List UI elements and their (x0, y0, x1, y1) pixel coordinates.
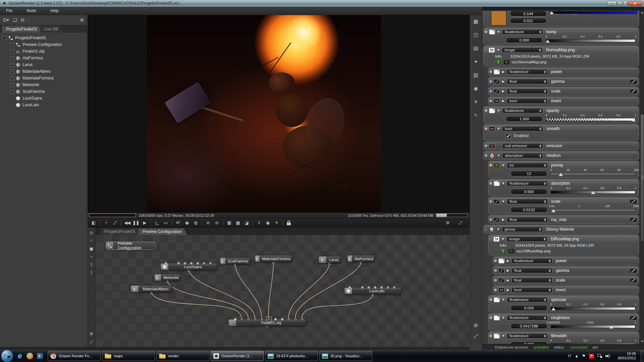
alpha-shadows-icon[interactable]: ⊘ (213, 219, 221, 227)
response-curve-button[interactable] (629, 278, 637, 283)
input-pin[interactable] (361, 286, 364, 289)
nodegraph-tab-preview-configuration[interactable]: Preview Configuration (138, 228, 187, 235)
zoom-select-icon[interactable]: ◎ (90, 230, 93, 235)
value-slider[interactable]: 00.20.40.60.81 (551, 339, 635, 344)
expand-arrow-icon[interactable]: ▶ (506, 259, 510, 262)
reload-icon[interactable]: ↻ (508, 249, 515, 254)
input-pin[interactable] (281, 318, 283, 320)
checker-background-2-icon[interactable]: ▩ (234, 219, 242, 227)
tree-item-materialeformica[interactable]: +MaterialeFormica (0, 75, 87, 81)
wrench-icon[interactable]: ⚙ (474, 322, 478, 328)
nodegraph-tab-progettofinale03[interactable]: ProgettoFinale03 (100, 228, 140, 235)
outliner-tab-progettofinale03[interactable]: ProgettoFinale03 (2, 26, 42, 33)
input-pin[interactable] (248, 318, 250, 320)
node-type-dropdown[interactable]: float (507, 199, 548, 204)
output-pin[interactable] (150, 292, 152, 294)
spinner-icon[interactable] (544, 200, 546, 203)
upload-icon[interactable]: ↥ (495, 60, 501, 65)
response-curve-button[interactable] (629, 268, 637, 273)
node-type-dropdown[interactable]: bool (502, 126, 543, 131)
node-type-dropdown[interactable]: int (507, 163, 548, 168)
input-pin[interactable] (380, 286, 383, 289)
expand-arrow-icon[interactable]: ▶ (506, 279, 510, 282)
input-pin[interactable] (177, 262, 180, 264)
anchor-icon[interactable]: ✛ (90, 238, 93, 243)
node-type-dropdown[interactable]: image (506, 236, 547, 242)
output-pin[interactable] (328, 263, 330, 265)
maximize-button[interactable]: ❐ (618, 1, 627, 6)
node-type-dropdown[interactable]: floattexture (507, 315, 548, 320)
input-pin[interactable] (274, 318, 277, 320)
output-pin[interactable] (372, 294, 374, 296)
node-types-2-icon[interactable]: ◳ (473, 32, 478, 38)
measure-tool-icon[interactable]: ◺ (153, 219, 161, 227)
node-type-dropdown[interactable]: bool (507, 98, 548, 104)
node-types-4-icon[interactable]: ✦ (474, 59, 478, 65)
expand-icon[interactable]: + (10, 76, 14, 80)
node-types-6-icon[interactable]: ◉ (474, 85, 478, 92)
spinner-icon[interactable] (549, 269, 551, 272)
enabled-checkbox[interactable] (505, 133, 511, 138)
expand-icon[interactable]: ⤢ (90, 340, 93, 344)
slider-handle[interactable] (559, 173, 563, 176)
action-center-flag-icon[interactable]: ⚑ (582, 354, 586, 358)
spinner-icon[interactable] (549, 289, 551, 292)
input-pin[interactable] (171, 262, 173, 264)
fit-view-icon[interactable]: ⤢ (111, 219, 119, 227)
tree-item-finale01-obj[interactable]: +Finale01.obj (0, 48, 87, 55)
node-type-dropdown[interactable]: floattexture (502, 108, 543, 113)
slider-handle[interactable] (551, 209, 555, 212)
wrench-icon[interactable]: ⚙ (90, 331, 93, 336)
spinner-icon[interactable] (544, 238, 546, 241)
input-pin[interactable] (184, 262, 186, 264)
pin-bullet[interactable] (489, 90, 492, 93)
collapse-arrow-icon[interactable]: ▼ (501, 237, 505, 241)
input-pin[interactable] (197, 262, 199, 264)
pin-bullet[interactable] (489, 100, 492, 102)
save-to-livedb-icon[interactable]: ◉ (264, 219, 272, 227)
slider-handle[interactable] (546, 40, 550, 43)
pin-bullet[interactable] (485, 109, 487, 112)
node-materialealbero[interactable]: MaterialeAlbero (130, 285, 173, 293)
collapse-arrow-icon[interactable]: ▼ (497, 127, 500, 130)
network-icon[interactable] (597, 354, 602, 358)
response-curve-button[interactable] (629, 89, 637, 94)
slider-handle[interactable] (609, 325, 613, 328)
value-field[interactable]: 0.026 (511, 305, 547, 311)
node-alaformica[interactable]: AlaFormica (347, 255, 375, 262)
value-slider[interactable]: 0.01110010000 (551, 204, 635, 213)
expand-icon[interactable]: ⤢ (456, 219, 464, 227)
input-pin[interactable] (190, 262, 193, 264)
render-region-icon[interactable]: ▭ (162, 219, 170, 227)
node-types-1-icon[interactable]: ▦ (473, 18, 478, 24)
upload-icon[interactable]: ↥ (500, 249, 506, 254)
spinner-icon[interactable] (539, 228, 541, 231)
input-pin[interactable] (241, 318, 243, 320)
menu-help[interactable]: Help (48, 8, 61, 14)
pin-bullet[interactable] (489, 316, 492, 319)
node-type-dropdown[interactable]: float (507, 217, 548, 222)
spinner-icon[interactable] (539, 109, 541, 112)
taskbar-button-maps[interactable]: maps (102, 351, 155, 361)
value-field[interactable]: 0.0132 (511, 207, 547, 213)
input-pin[interactable] (294, 318, 297, 320)
pin-bullet[interactable] (485, 127, 487, 130)
expand-icon[interactable]: + (10, 83, 14, 87)
node-meteorite[interactable]: Meteorite (154, 274, 181, 281)
input-pin[interactable] (355, 286, 357, 288)
color-swatch[interactable] (491, 11, 506, 25)
scroll-down-icon[interactable]: ▼ (640, 339, 644, 344)
media-player-icon[interactable] (35, 350, 45, 362)
node-type-dropdown[interactable]: float (512, 278, 552, 283)
spinner-icon[interactable] (539, 127, 541, 130)
checker-background-3-icon[interactable]: ◪ (243, 219, 251, 227)
node-type-dropdown[interactable]: floattexture (507, 181, 548, 186)
panel-stack-icon[interactable]: ⊟ (21, 17, 24, 22)
value-slider[interactable]: 00.20.40.60.81 (551, 186, 635, 194)
node-graph-canvas[interactable]: Preview Configuration LuceSopraSciaFiamm… (96, 235, 470, 347)
pin-bullet[interactable] (485, 228, 487, 231)
value-field[interactable]: 0.000 (506, 37, 543, 43)
value-slider[interactable]: 00.20.40.60.81 (546, 114, 635, 122)
input-pin[interactable] (348, 286, 351, 289)
value-field[interactable]: 12 (511, 171, 547, 176)
